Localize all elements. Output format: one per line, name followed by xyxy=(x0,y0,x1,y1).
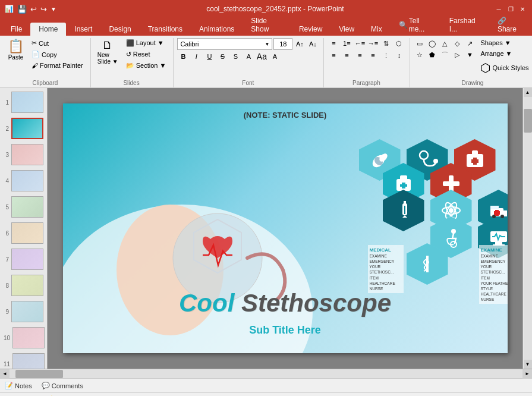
quick-redo[interactable]: ↪ xyxy=(40,5,47,14)
scroll-down-btn[interactable]: ▼ xyxy=(524,360,532,369)
shape-more[interactable]: ▼ xyxy=(464,49,476,60)
format-painter-button[interactable]: 🖌 Format Painter xyxy=(29,61,86,70)
slide-canvas[interactable]: (NOTE: STATIC SLIDE) xyxy=(63,103,508,353)
cut-button[interactable]: ✂ Cut xyxy=(29,38,86,48)
horizontal-scrollbar[interactable]: ◄ ► xyxy=(0,369,532,378)
linespacing-btn[interactable]: ↕ xyxy=(393,50,405,61)
ribbon: 📋 Paste ✂ Cut 📄 Copy 🖌 Format Painter Cl… xyxy=(0,36,532,88)
right-scrollbar[interactable]: ▲ ▼ xyxy=(522,88,532,369)
tab-home[interactable]: Home xyxy=(30,23,66,36)
comments-btn[interactable]: 💬 Comments xyxy=(42,382,83,389)
tab-animations[interactable]: Animations xyxy=(191,23,243,36)
indent-decrease-btn[interactable]: ←≡ xyxy=(354,38,366,49)
text-direction-btn[interactable]: ⇅ xyxy=(380,38,392,49)
slide-num-2: 2 xyxy=(4,125,9,132)
close-btn[interactable]: ✕ xyxy=(518,4,527,14)
shape-6[interactable]: ☆ xyxy=(414,49,426,60)
layout-button[interactable]: ⬛ Layout ▼ xyxy=(124,38,169,48)
strikethrough-btn[interactable]: S xyxy=(216,51,228,62)
scroll-right-btn[interactable]: ► xyxy=(522,369,532,379)
decrease-font-btn[interactable]: A↓ xyxy=(307,39,319,49)
tab-tellme[interactable]: 🔍 Tell me... xyxy=(391,14,441,36)
slide-thumb-1[interactable]: 1 xyxy=(2,90,45,114)
ribbon-group-font: Calibri▼ 18 A↑ A↓ B I U S S A Aa A Font xyxy=(175,38,324,87)
quick-customize[interactable]: ▼ xyxy=(51,6,56,12)
clearformat-btn[interactable]: A xyxy=(269,51,281,62)
underline-btn[interactable]: U xyxy=(203,51,215,62)
notes-btn[interactable]: 📝 Notes xyxy=(5,382,32,389)
slide-thumb-9[interactable]: 9 xyxy=(2,300,45,323)
columns-btn[interactable]: ⋮ xyxy=(380,50,392,61)
bold-btn[interactable]: B xyxy=(177,51,189,62)
minimize-btn[interactable]: ─ xyxy=(494,4,503,14)
copy-button[interactable]: 📄 Copy xyxy=(29,49,86,59)
quickstyles-btn[interactable]: ⬡ Quick Styles xyxy=(478,59,531,76)
notes-bar: 📝 Notes 💬 Comments xyxy=(0,378,532,392)
arrange-btn[interactable]: Arrange ▼ xyxy=(478,49,531,58)
align-left-btn[interactable]: ≡ xyxy=(328,50,339,61)
align-center-btn[interactable]: ≡ xyxy=(341,50,352,61)
tab-review[interactable]: Review xyxy=(291,23,330,36)
shape-8[interactable]: ⌒ xyxy=(439,49,451,60)
tab-insert[interactable]: Insert xyxy=(66,23,100,36)
tab-user[interactable]: Farshad I... xyxy=(441,14,489,36)
tab-mix[interactable]: Mix xyxy=(363,23,391,36)
justify-btn[interactable]: ≡ xyxy=(367,50,379,61)
numbering-btn[interactable]: 1≡ xyxy=(341,38,352,49)
tab-transitions[interactable]: Transitions xyxy=(140,23,191,36)
examine-line1: EXAMINE xyxy=(481,253,508,259)
font-family-select[interactable]: Calibri▼ xyxy=(177,38,272,50)
scroll-up-btn[interactable]: ▲ xyxy=(524,88,532,97)
align-right-btn[interactable]: ≡ xyxy=(354,50,366,61)
tab-slideshow[interactable]: Slide Show xyxy=(243,14,291,36)
slide-num-10: 10 xyxy=(4,335,10,341)
tab-file[interactable]: File xyxy=(2,23,30,36)
scrollbar-thumb[interactable] xyxy=(524,109,532,133)
quick-undo[interactable]: ↩ xyxy=(30,5,37,14)
shape-1[interactable]: ▭ xyxy=(414,38,426,49)
main-area: 1 2 3 4 5 6 7 8 xyxy=(0,88,532,369)
fontcolor-btn[interactable]: A xyxy=(243,51,254,62)
shape-9[interactable]: ▷ xyxy=(451,49,463,60)
convert-smartart-btn[interactable]: ⬡ xyxy=(393,38,405,49)
bullets-btn[interactable]: ≡ xyxy=(328,38,339,49)
shapes-btn[interactable]: Shapes ▼ xyxy=(478,38,531,48)
shape-3[interactable]: △ xyxy=(439,38,451,49)
shape-7[interactable]: ⬟ xyxy=(426,49,438,60)
tab-view[interactable]: View xyxy=(330,23,363,36)
shape-2[interactable]: ◯ xyxy=(426,38,438,49)
slide-subtitle: Sub Title Here xyxy=(249,324,321,337)
font-size-input[interactable]: 18 xyxy=(273,38,292,50)
slides-panel[interactable]: 1 2 3 4 5 6 7 8 xyxy=(0,88,48,369)
highlight-btn[interactable]: Aa xyxy=(256,51,267,62)
reset-button[interactable]: ↺ Reset xyxy=(124,49,169,59)
quick-save[interactable]: 💾 xyxy=(17,5,27,14)
new-slide-button[interactable]: 🗋 NewSlide ▼ xyxy=(95,38,121,67)
medical-line5: HEALTHCARE xyxy=(370,281,402,286)
tab-design[interactable]: Design xyxy=(100,23,139,36)
slide-thumb-2[interactable]: 2 xyxy=(2,117,45,140)
increase-font-btn[interactable]: A↑ xyxy=(294,39,306,49)
section-button[interactable]: 📂 Section ▼ xyxy=(124,61,169,71)
slide-thumb-3[interactable]: 3 xyxy=(2,143,45,166)
shape-4[interactable]: ◇ xyxy=(451,38,463,49)
paste-button[interactable]: 📋 Paste xyxy=(5,38,27,62)
slide-thumb-11[interactable]: 11 xyxy=(2,352,45,369)
scroll-left-btn[interactable]: ◄ xyxy=(0,369,10,379)
slide-thumb-10[interactable]: 10 xyxy=(2,326,45,350)
italic-btn[interactable]: I xyxy=(190,51,202,62)
slide-main-title: Cool Stethoscope xyxy=(179,289,391,318)
slide-thumb-6[interactable]: 6 xyxy=(2,221,45,245)
slide-thumb-7[interactable]: 7 xyxy=(2,247,45,271)
slide-thumb-5[interactable]: 5 xyxy=(2,195,45,219)
medical-info: MEDICAL EXAMINE EMERGENCY YOUR STETHOSC.… xyxy=(368,245,404,293)
tab-share[interactable]: 🔗 Share xyxy=(489,14,532,36)
restore-btn[interactable]: ❐ xyxy=(506,4,515,14)
hscroll-thumb[interactable] xyxy=(15,370,63,378)
font-row2: B I U S S A Aa A xyxy=(177,51,281,62)
slide-thumb-8[interactable]: 8 xyxy=(2,274,45,297)
shadow-btn[interactable]: S xyxy=(229,51,241,62)
indent-increase-btn[interactable]: →≡ xyxy=(367,38,379,49)
slide-thumb-4[interactable]: 4 xyxy=(2,169,45,193)
shape-5[interactable]: ↗ xyxy=(464,38,476,49)
